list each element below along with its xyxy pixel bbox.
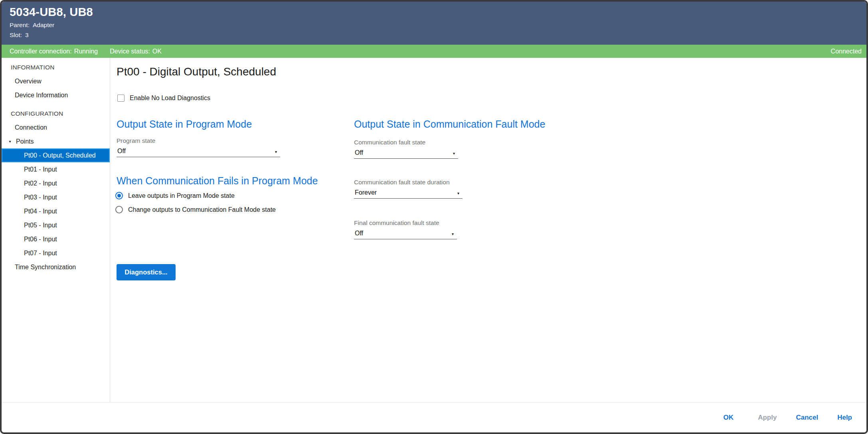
- final-fault-state-label: Final communication fault state: [354, 219, 457, 227]
- dropdown-arrow-icon: ▾: [453, 151, 455, 156]
- body-area: INFORMATION Overview Device Information …: [2, 58, 866, 402]
- comm-fault-state-label: Communication fault state: [354, 139, 458, 146]
- final-fault-state-field: Final communication fault state Off ▾: [354, 219, 457, 239]
- heading-output-state-fault-mode: Output State in Communication Fault Mode: [354, 118, 545, 130]
- device-profile-window: 5034-UB8, UB8 Parent:Adapter Slot:3 Cont…: [0, 0, 868, 434]
- sidebar-item-time-synchronization[interactable]: Time Synchronization: [2, 260, 110, 274]
- sidebar-item-pt04[interactable]: Pt04 - Input: [2, 204, 110, 218]
- final-fault-state-select[interactable]: Off ▾: [354, 228, 457, 239]
- fault-duration-label: Communication fault state duration: [354, 179, 463, 186]
- fault-duration-field: Communication fault state duration Forev…: [354, 179, 463, 199]
- connection-badge: Connected: [831, 48, 862, 55]
- parent-value: Adapter: [33, 22, 54, 28]
- sidebar-item-device-information[interactable]: Device Information: [2, 88, 110, 102]
- main-panel: Pt00 - Digital Output, Scheduled Enable …: [111, 58, 866, 402]
- sidebar-item-pt06[interactable]: Pt06 - Input: [2, 232, 110, 246]
- heading-output-state-program-mode: Output State in Program Mode: [117, 118, 252, 130]
- navigation-sidebar: INFORMATION Overview Device Information …: [2, 58, 110, 402]
- comm-fault-state-field: Communication fault state Off ▾: [354, 139, 458, 159]
- dropdown-arrow-icon: ▾: [275, 149, 277, 155]
- fault-duration-select[interactable]: Forever ▾: [354, 187, 463, 199]
- sidebar-item-points[interactable]: ▾ Points: [2, 134, 110, 148]
- dialog-footer: OK Apply Cancel Help: [2, 402, 866, 432]
- dropdown-arrow-icon: ▾: [457, 191, 459, 196]
- sidebar-item-overview[interactable]: Overview: [2, 74, 110, 88]
- controller-connection-status: Controller connection:Running: [10, 48, 98, 55]
- cancel-button[interactable]: Cancel: [793, 410, 821, 425]
- radio-leave-outputs-row[interactable]: Leave outputs in Program Mode state: [115, 192, 235, 199]
- comm-fault-state-select[interactable]: Off ▾: [354, 148, 458, 159]
- diagnostics-button[interactable]: Diagnostics...: [117, 264, 176, 280]
- apply-button[interactable]: Apply: [755, 410, 779, 425]
- page-title: Pt00 - Digital Output, Scheduled: [117, 65, 276, 78]
- window-header: 5034-UB8, UB8 Parent:Adapter Slot:3: [2, 2, 866, 45]
- enable-no-load-label: Enable No Load Diagnostics: [130, 95, 210, 102]
- radio-change-outputs[interactable]: [115, 206, 123, 213]
- collapse-triangle-icon[interactable]: ▾: [7, 139, 13, 144]
- sidebar-section-configuration: CONFIGURATION: [2, 107, 110, 120]
- sidebar-item-pt00[interactable]: Pt00 - Output, Scheduled: [2, 148, 110, 162]
- sidebar-item-points-label: Points: [16, 138, 34, 145]
- program-state-select[interactable]: Off ▾: [117, 146, 280, 157]
- sidebar-item-connection[interactable]: Connection: [2, 120, 110, 134]
- status-bar: Controller connection:Running Device sta…: [2, 45, 866, 58]
- sidebar-section-information: INFORMATION: [2, 60, 110, 74]
- sidebar-item-pt01[interactable]: Pt01 - Input: [2, 162, 110, 176]
- sidebar-item-pt07[interactable]: Pt07 - Input: [2, 246, 110, 260]
- enable-no-load-checkbox[interactable]: [117, 95, 125, 102]
- enable-no-load-row[interactable]: Enable No Load Diagnostics: [117, 95, 210, 102]
- device-status: Device status:OK: [110, 48, 162, 55]
- help-button[interactable]: Help: [835, 410, 854, 425]
- slot-label: Slot:: [10, 32, 22, 38]
- program-state-field: Program state Off ▾: [117, 137, 280, 157]
- sidebar-item-pt02[interactable]: Pt02 - Input: [2, 176, 110, 190]
- slot-value: 3: [25, 32, 29, 38]
- device-title: 5034-UB8, UB8: [10, 6, 866, 19]
- radio-leave-outputs[interactable]: [115, 192, 123, 199]
- program-state-label: Program state: [117, 137, 280, 144]
- parent-row: Parent:Adapter: [10, 22, 866, 29]
- dropdown-arrow-icon: ▾: [452, 231, 454, 237]
- radio-change-outputs-row[interactable]: Change outputs to Communication Fault Mo…: [115, 206, 276, 213]
- slot-row: Slot:3: [10, 32, 866, 39]
- heading-when-communication-fails: When Communication Fails in Program Mode: [117, 175, 318, 187]
- sidebar-item-pt05[interactable]: Pt05 - Input: [2, 218, 110, 232]
- parent-label: Parent:: [10, 22, 30, 28]
- sidebar-item-pt03[interactable]: Pt03 - Input: [2, 190, 110, 204]
- ok-button[interactable]: OK: [716, 410, 741, 426]
